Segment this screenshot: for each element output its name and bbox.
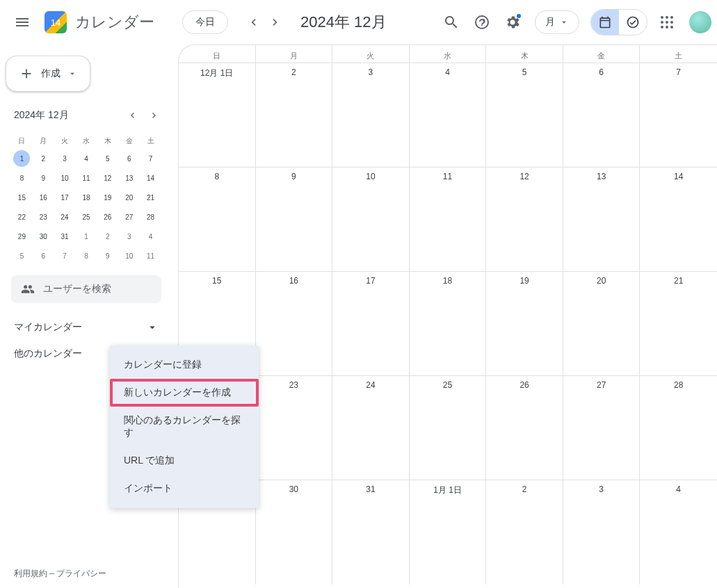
mini-day-cell[interactable]: 24 bbox=[56, 209, 73, 225]
day-cell[interactable]: 2 bbox=[256, 63, 333, 167]
day-cell[interactable]: 20 bbox=[563, 272, 641, 375]
next-period-button[interactable] bbox=[264, 11, 287, 33]
day-cell[interactable]: 8 bbox=[179, 168, 256, 271]
account-avatar[interactable] bbox=[689, 11, 711, 33]
privacy-link[interactable]: プライバシー bbox=[56, 569, 106, 578]
day-cell[interactable]: 17 bbox=[332, 272, 410, 375]
mini-day-cell[interactable]: 30 bbox=[35, 228, 51, 245]
mini-day-cell[interactable]: 9 bbox=[35, 170, 51, 186]
prev-period-button[interactable] bbox=[242, 11, 264, 33]
mini-day-cell[interactable]: 1 bbox=[13, 150, 30, 167]
mini-day-cell[interactable]: 13 bbox=[121, 170, 138, 186]
search-people-button[interactable]: ユーザーを検索 bbox=[11, 275, 161, 303]
mini-day-cell[interactable]: 2 bbox=[99, 228, 116, 245]
day-cell[interactable]: 31 bbox=[332, 480, 410, 585]
day-cell[interactable]: 26 bbox=[486, 376, 563, 480]
day-cell[interactable]: 10 bbox=[332, 168, 410, 271]
add-calendar-menu-item[interactable]: 関心のあるカレンダーを探す bbox=[110, 407, 259, 447]
day-cell[interactable]: 6 bbox=[563, 63, 641, 167]
mini-day-cell[interactable]: 23 bbox=[35, 209, 51, 225]
add-calendar-menu-item[interactable]: URL で追加 bbox=[110, 447, 259, 475]
day-cell[interactable]: 9 bbox=[256, 168, 333, 271]
mini-day-cell[interactable]: 11 bbox=[143, 247, 159, 264]
mini-day-cell[interactable]: 20 bbox=[121, 189, 138, 206]
mini-day-cell[interactable]: 22 bbox=[13, 209, 30, 225]
mini-day-cell[interactable]: 1 bbox=[78, 228, 95, 245]
day-cell[interactable]: 11 bbox=[410, 168, 487, 271]
mini-day-cell[interactable]: 6 bbox=[35, 247, 51, 264]
day-cell[interactable]: 24 bbox=[332, 376, 410, 480]
mini-day-cell[interactable]: 4 bbox=[78, 150, 95, 167]
mini-day-cell[interactable]: 6 bbox=[121, 150, 138, 167]
mini-day-cell[interactable]: 15 bbox=[13, 189, 30, 206]
day-cell[interactable]: 5 bbox=[486, 63, 563, 167]
chevron-left-icon bbox=[127, 110, 138, 121]
mini-day-cell[interactable]: 10 bbox=[121, 247, 138, 264]
day-cell[interactable]: 16 bbox=[256, 272, 333, 375]
add-calendar-menu-item[interactable]: カレンダーに登録 bbox=[110, 351, 259, 379]
day-cell[interactable]: 1月 1日 bbox=[410, 480, 487, 585]
day-cell[interactable]: 4 bbox=[640, 480, 717, 585]
mini-day-cell[interactable]: 11 bbox=[78, 170, 95, 186]
mini-day-cell[interactable]: 29 bbox=[13, 228, 30, 245]
mini-day-cell[interactable]: 5 bbox=[13, 247, 30, 264]
my-calendars-toggle[interactable]: マイカレンダー bbox=[6, 314, 167, 341]
google-apps-button[interactable] bbox=[653, 8, 681, 36]
mini-day-cell[interactable]: 17 bbox=[56, 189, 73, 206]
mini-day-cell[interactable]: 26 bbox=[99, 209, 116, 225]
search-button[interactable] bbox=[437, 8, 465, 36]
day-cell[interactable]: 18 bbox=[410, 272, 487, 375]
day-cell[interactable]: 3 bbox=[332, 63, 410, 167]
create-button[interactable]: 作成 bbox=[6, 56, 90, 92]
mini-day-cell[interactable]: 18 bbox=[78, 189, 95, 206]
mini-day-cell[interactable]: 8 bbox=[78, 247, 95, 264]
day-cell[interactable]: 2 bbox=[486, 480, 563, 585]
day-cell[interactable]: 19 bbox=[486, 272, 563, 375]
add-calendar-menu-item[interactable]: 新しいカレンダーを作成 bbox=[110, 379, 259, 407]
mini-next-month-button[interactable] bbox=[145, 106, 164, 125]
mini-day-cell[interactable]: 8 bbox=[13, 170, 30, 186]
mini-day-cell[interactable]: 14 bbox=[143, 170, 159, 186]
terms-link[interactable]: 利用規約 bbox=[14, 569, 47, 578]
mini-day-cell[interactable]: 12 bbox=[99, 170, 116, 186]
day-cell[interactable]: 3 bbox=[563, 480, 641, 585]
mini-day-cell[interactable]: 21 bbox=[143, 189, 159, 206]
view-switcher-button[interactable]: 月 bbox=[535, 10, 579, 34]
grid-dow-label: 月 bbox=[256, 45, 333, 63]
day-cell[interactable]: 30 bbox=[256, 480, 333, 585]
settings-button[interactable] bbox=[499, 8, 526, 36]
mini-prev-month-button[interactable] bbox=[122, 106, 142, 125]
day-cell[interactable]: 12 bbox=[486, 168, 563, 271]
day-cell[interactable]: 7 bbox=[640, 63, 717, 167]
mini-day-cell[interactable]: 7 bbox=[56, 247, 73, 264]
day-cell[interactable]: 25 bbox=[410, 376, 487, 480]
day-cell[interactable]: 27 bbox=[563, 376, 641, 480]
tasks-mode-button[interactable] bbox=[619, 10, 647, 35]
day-cell[interactable]: 23 bbox=[256, 376, 333, 480]
mini-day-cell[interactable]: 2 bbox=[35, 150, 51, 167]
day-cell[interactable]: 4 bbox=[410, 63, 487, 167]
mini-day-cell[interactable]: 31 bbox=[56, 228, 73, 245]
mini-day-cell[interactable]: 7 bbox=[143, 150, 159, 167]
mini-day-cell[interactable]: 28 bbox=[143, 209, 159, 225]
mini-day-cell[interactable]: 16 bbox=[35, 189, 51, 206]
day-cell[interactable]: 13 bbox=[563, 168, 641, 271]
mini-day-cell[interactable]: 10 bbox=[56, 170, 73, 186]
mini-day-cell[interactable]: 9 bbox=[99, 247, 116, 264]
mini-day-cell[interactable]: 3 bbox=[56, 150, 73, 167]
day-cell[interactable]: 21 bbox=[640, 272, 717, 375]
mini-day-cell[interactable]: 25 bbox=[78, 209, 95, 225]
mini-day-cell[interactable]: 4 bbox=[143, 228, 159, 245]
support-button[interactable] bbox=[468, 8, 496, 36]
day-cell[interactable]: 28 bbox=[640, 376, 717, 480]
today-button[interactable]: 今日 bbox=[182, 10, 228, 34]
mini-day-cell[interactable]: 5 bbox=[99, 150, 116, 167]
day-cell[interactable]: 14 bbox=[640, 168, 717, 271]
mini-day-cell[interactable]: 19 bbox=[99, 189, 116, 206]
main-menu-button[interactable] bbox=[6, 6, 39, 39]
mini-day-cell[interactable]: 27 bbox=[121, 209, 138, 225]
day-cell[interactable]: 12月 1日 bbox=[179, 63, 256, 167]
add-calendar-menu-item[interactable]: インポート bbox=[110, 475, 259, 503]
calendar-mode-button[interactable] bbox=[591, 10, 619, 35]
mini-day-cell[interactable]: 3 bbox=[121, 228, 138, 245]
